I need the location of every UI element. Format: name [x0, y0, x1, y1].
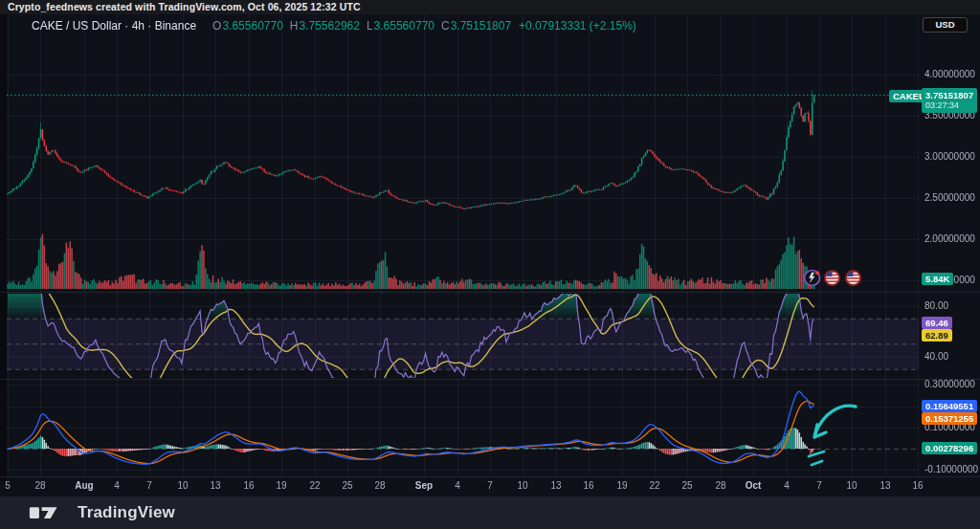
time-tick-label: 7	[487, 480, 493, 491]
last-price-badge: 3.75151807 03:27:34	[922, 88, 977, 113]
footer-bar: TradingView	[0, 496, 980, 529]
price-tick-label: 2.50000000	[924, 192, 975, 203]
ohlc-open-value: 3.65560770	[222, 19, 282, 33]
time-tick-label: 4	[784, 480, 790, 491]
ohlc-low-value: 3.65560770	[374, 19, 434, 33]
time-tick-label: 13	[550, 480, 561, 491]
currency-toggle-button[interactable]: USD	[923, 17, 968, 33]
rsi-value-badge: 69.46	[922, 317, 952, 329]
symbol-legend: CAKE / US Dollar · 4h · BinanceO3.655607…	[32, 19, 636, 33]
price-tick-label: 2.00000000	[924, 233, 975, 244]
time-tick-label: Oct	[746, 480, 762, 491]
price-tick-label: -0.10000000	[924, 464, 978, 474]
time-tick-label: 25	[681, 480, 692, 491]
bar-countdown: 03:27:34	[925, 100, 973, 111]
time-tick-label: 22	[649, 480, 659, 491]
time-tick-label: 16	[243, 480, 254, 491]
time-tick-label: 13	[880, 480, 890, 491]
time-tick-label: 25	[342, 480, 352, 491]
price-tick-label: 40.00	[924, 351, 948, 362]
time-tick-label: 22	[309, 480, 320, 491]
time-tick-label: 28	[374, 480, 385, 491]
ohlc-close-label: C	[441, 19, 450, 33]
time-tick-label: 16	[583, 480, 593, 491]
time-tick-label: 10	[517, 480, 527, 491]
time-tick-label: 5	[5, 480, 11, 491]
ohlc-low-label: L	[367, 19, 373, 33]
time-tick-label: 7	[146, 480, 152, 491]
time-tick-label: Aug	[75, 480, 93, 491]
time-tick-label: 28	[34, 480, 45, 491]
chart-canvas[interactable]	[0, 0, 980, 529]
volume-badge: 5.84K	[922, 273, 953, 285]
macd-signal-value-badge: 0.15371255	[922, 412, 977, 425]
ohlc-high-value: 3.75562962	[300, 19, 360, 33]
us-flag-sticker-icon[interactable]	[844, 269, 862, 287]
rsi-ma-value-badge: 62.89	[922, 329, 952, 342]
tradingview-chart-window: Crypto_feednews created with TradingView…	[0, 0, 980, 529]
time-tick-label: Sep	[415, 480, 433, 491]
time-tick-label: 7	[816, 480, 822, 491]
footer-brand-text[interactable]: TradingView	[78, 503, 175, 522]
credit-text: Crypto_feednews created with TradingView…	[8, 1, 361, 12]
price-tick-label: 4.00000000	[924, 69, 975, 79]
last-price-value: 3.75151807	[925, 90, 973, 100]
time-tick-label: 13	[210, 480, 220, 491]
ohlc-open-label: O	[212, 19, 221, 33]
credit-bar: Crypto_feednews created with TradingView…	[0, 0, 980, 14]
price-tick-label: 3.00000000	[924, 151, 975, 162]
lightning-sticker-icon[interactable]	[803, 269, 821, 287]
price-tick-label: 0.30000000	[924, 379, 975, 389]
change-value: +0.07913331 (+2.15%)	[519, 19, 636, 33]
time-tick-label: 4	[114, 480, 120, 491]
price-tick-label: 80.00	[924, 300, 948, 311]
symbol-title[interactable]: CAKE / US Dollar · 4h · Binance	[32, 19, 196, 33]
ohlc-close-value: 3.75151807	[451, 19, 511, 33]
macd-hist-value-badge: 0.00278296	[922, 442, 977, 454]
tradingview-logo-icon[interactable]	[29, 502, 67, 524]
macd-value-badge: 0.15649551	[922, 400, 977, 412]
time-tick-label: 16	[912, 480, 923, 491]
time-tick-label: 28	[715, 480, 725, 491]
ohlc-high-label: H	[290, 19, 299, 33]
time-tick-label: 10	[846, 480, 857, 491]
time-tick-label: 10	[177, 480, 188, 491]
time-tick-label: 4	[455, 480, 460, 491]
time-scale[interactable]: 528Aug4710131619222528Sep471013161922252…	[0, 476, 980, 496]
us-flag-sticker-icon[interactable]	[823, 269, 841, 287]
time-tick-label: 19	[616, 480, 627, 491]
time-tick-label: 19	[276, 480, 286, 491]
